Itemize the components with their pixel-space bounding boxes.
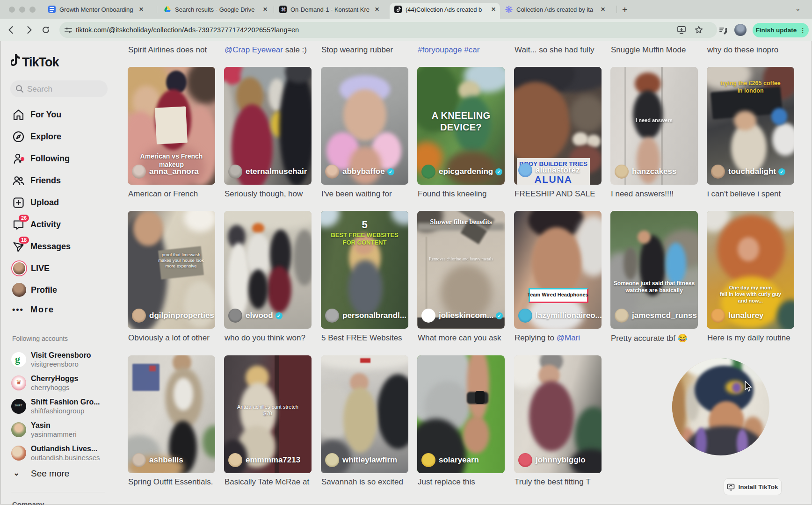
svg-text:TikTok: TikTok — [22, 55, 60, 69]
